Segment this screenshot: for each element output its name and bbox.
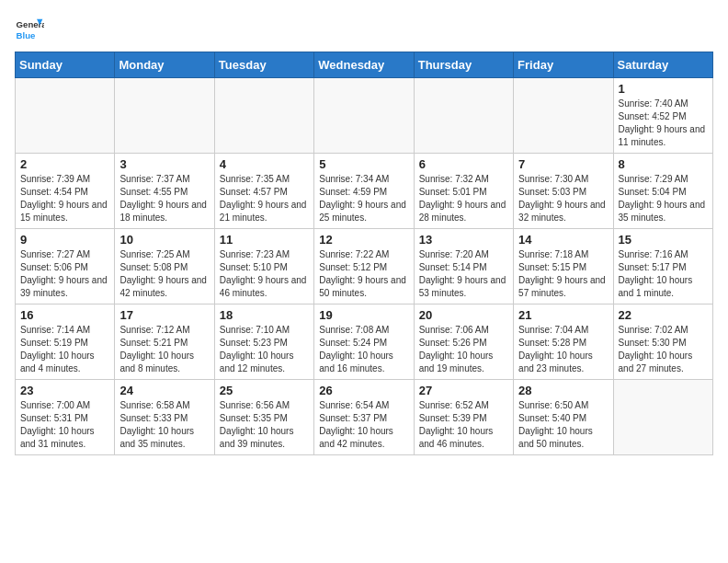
calendar-cell: 16Sunrise: 7:14 AM Sunset: 5:19 PM Dayli… (16, 304, 115, 380)
calendar-cell: 20Sunrise: 7:06 AM Sunset: 5:26 PM Dayli… (414, 304, 513, 380)
calendar-week-row: 2Sunrise: 7:39 AM Sunset: 4:54 PM Daylig… (16, 154, 713, 229)
calendar-cell: 11Sunrise: 7:23 AM Sunset: 5:10 PM Dayli… (214, 229, 313, 304)
calendar-header-row: SundayMondayTuesdayWednesdayThursdayFrid… (16, 52, 713, 78)
calendar-cell: 28Sunrise: 6:50 AM Sunset: 5:40 PM Dayli… (514, 380, 613, 455)
calendar-cell: 24Sunrise: 6:58 AM Sunset: 5:33 PM Dayli… (115, 380, 214, 455)
calendar-cell: 14Sunrise: 7:18 AM Sunset: 5:15 PM Dayli… (514, 229, 613, 304)
calendar-cell (613, 380, 712, 455)
day-info: Sunrise: 7:34 AM Sunset: 4:59 PM Dayligh… (319, 173, 408, 224)
calendar-cell: 5Sunrise: 7:34 AM Sunset: 4:59 PM Daylig… (314, 154, 414, 229)
day-info: Sunrise: 7:08 AM Sunset: 5:24 PM Dayligh… (319, 324, 408, 375)
calendar-cell: 4Sunrise: 7:35 AM Sunset: 4:57 PM Daylig… (214, 154, 313, 229)
weekday-header-tuesday: Tuesday (214, 52, 313, 78)
calendar-cell (16, 78, 115, 154)
day-info: Sunrise: 7:30 AM Sunset: 5:03 PM Dayligh… (518, 173, 608, 224)
weekday-header-friday: Friday (514, 52, 613, 78)
calendar-cell: 6Sunrise: 7:32 AM Sunset: 5:01 PM Daylig… (414, 154, 513, 229)
day-number: 24 (119, 384, 209, 397)
day-number: 8 (619, 157, 708, 171)
day-number: 7 (518, 157, 608, 171)
day-number: 11 (220, 233, 309, 247)
day-number: 12 (319, 233, 408, 247)
day-number: 17 (119, 308, 209, 322)
day-info: Sunrise: 6:52 AM Sunset: 5:39 PM Dayligh… (419, 399, 508, 451)
day-number: 19 (319, 308, 408, 322)
calendar-cell: 9Sunrise: 7:27 AM Sunset: 5:06 PM Daylig… (16, 229, 115, 304)
day-info: Sunrise: 7:37 AM Sunset: 4:55 PM Dayligh… (119, 173, 209, 224)
day-info: Sunrise: 7:04 AM Sunset: 5:28 PM Dayligh… (518, 324, 608, 375)
day-info: Sunrise: 7:25 AM Sunset: 5:08 PM Dayligh… (119, 248, 209, 300)
day-info: Sunrise: 7:14 AM Sunset: 5:19 PM Dayligh… (20, 324, 109, 375)
day-info: Sunrise: 7:35 AM Sunset: 4:57 PM Dayligh… (220, 173, 309, 224)
day-info: Sunrise: 6:54 AM Sunset: 5:37 PM Dayligh… (319, 399, 408, 451)
weekday-header-sunday: Sunday (16, 52, 115, 78)
day-number: 4 (220, 157, 309, 171)
day-info: Sunrise: 7:22 AM Sunset: 5:12 PM Dayligh… (319, 248, 408, 300)
logo: GeneralBlue (15, 15, 44, 44)
calendar-cell: 13Sunrise: 7:20 AM Sunset: 5:14 PM Dayli… (414, 229, 513, 304)
calendar-cell: 15Sunrise: 7:16 AM Sunset: 5:17 PM Dayli… (613, 229, 712, 304)
calendar-week-row: 16Sunrise: 7:14 AM Sunset: 5:19 PM Dayli… (16, 304, 713, 380)
calendar-cell: 17Sunrise: 7:12 AM Sunset: 5:21 PM Dayli… (115, 304, 214, 380)
weekday-header-wednesday: Wednesday (314, 52, 414, 78)
day-info: Sunrise: 7:23 AM Sunset: 5:10 PM Dayligh… (220, 248, 309, 300)
calendar-cell: 2Sunrise: 7:39 AM Sunset: 4:54 PM Daylig… (16, 154, 115, 229)
weekday-header-thursday: Thursday (414, 52, 513, 78)
calendar-cell: 21Sunrise: 7:04 AM Sunset: 5:28 PM Dayli… (514, 304, 613, 380)
day-number: 3 (119, 157, 209, 171)
calendar-week-row: 23Sunrise: 7:00 AM Sunset: 5:31 PM Dayli… (16, 380, 713, 455)
day-number: 23 (20, 384, 109, 397)
calendar-cell: 3Sunrise: 7:37 AM Sunset: 4:55 PM Daylig… (115, 154, 214, 229)
day-number: 28 (518, 384, 608, 397)
day-number: 13 (419, 233, 508, 247)
calendar-cell: 23Sunrise: 7:00 AM Sunset: 5:31 PM Dayli… (16, 380, 115, 455)
calendar-week-row: 9Sunrise: 7:27 AM Sunset: 5:06 PM Daylig… (16, 229, 713, 304)
calendar-cell: 26Sunrise: 6:54 AM Sunset: 5:37 PM Dayli… (314, 380, 414, 455)
calendar-table: SundayMondayTuesdayWednesdayThursdayFrid… (15, 52, 713, 455)
calendar-cell (514, 78, 613, 154)
day-info: Sunrise: 7:06 AM Sunset: 5:26 PM Dayligh… (419, 324, 508, 375)
day-number: 1 (619, 82, 708, 96)
day-info: Sunrise: 7:27 AM Sunset: 5:06 PM Dayligh… (20, 248, 109, 300)
calendar-cell: 27Sunrise: 6:52 AM Sunset: 5:39 PM Dayli… (414, 380, 513, 455)
day-info: Sunrise: 7:16 AM Sunset: 5:17 PM Dayligh… (619, 248, 708, 300)
day-number: 26 (319, 384, 408, 397)
day-info: Sunrise: 7:32 AM Sunset: 5:01 PM Dayligh… (419, 173, 508, 224)
day-number: 18 (220, 308, 309, 322)
day-number: 21 (518, 308, 608, 322)
calendar-cell: 1Sunrise: 7:40 AM Sunset: 4:52 PM Daylig… (613, 78, 712, 154)
day-number: 5 (319, 157, 408, 171)
calendar-cell (214, 78, 313, 154)
day-info: Sunrise: 7:39 AM Sunset: 4:54 PM Dayligh… (20, 173, 109, 224)
calendar-week-row: 1Sunrise: 7:40 AM Sunset: 4:52 PM Daylig… (16, 78, 713, 154)
calendar-cell: 12Sunrise: 7:22 AM Sunset: 5:12 PM Dayli… (314, 229, 414, 304)
day-info: Sunrise: 7:18 AM Sunset: 5:15 PM Dayligh… (518, 248, 608, 300)
calendar-cell: 25Sunrise: 6:56 AM Sunset: 5:35 PM Dayli… (214, 380, 313, 455)
calendar-cell: 18Sunrise: 7:10 AM Sunset: 5:23 PM Dayli… (214, 304, 313, 380)
day-info: Sunrise: 7:20 AM Sunset: 5:14 PM Dayligh… (419, 248, 508, 300)
day-info: Sunrise: 7:12 AM Sunset: 5:21 PM Dayligh… (119, 324, 209, 375)
weekday-header-saturday: Saturday (613, 52, 712, 78)
day-number: 15 (619, 233, 708, 247)
calendar-cell: 19Sunrise: 7:08 AM Sunset: 5:24 PM Dayli… (314, 304, 414, 380)
day-number: 6 (419, 157, 508, 171)
day-info: Sunrise: 7:02 AM Sunset: 5:30 PM Dayligh… (619, 324, 708, 375)
day-info: Sunrise: 7:29 AM Sunset: 5:04 PM Dayligh… (619, 173, 708, 224)
calendar-cell (314, 78, 414, 154)
page-header: GeneralBlue (15, 15, 713, 44)
calendar-cell (414, 78, 513, 154)
calendar-cell: 8Sunrise: 7:29 AM Sunset: 5:04 PM Daylig… (613, 154, 712, 229)
svg-text:Blue: Blue (17, 30, 36, 40)
day-number: 9 (20, 233, 109, 247)
day-info: Sunrise: 6:56 AM Sunset: 5:35 PM Dayligh… (220, 399, 309, 451)
day-number: 2 (20, 157, 109, 171)
day-number: 20 (419, 308, 508, 322)
day-number: 25 (220, 384, 309, 397)
day-info: Sunrise: 7:00 AM Sunset: 5:31 PM Dayligh… (20, 399, 109, 451)
day-number: 10 (119, 233, 209, 247)
weekday-header-monday: Monday (115, 52, 214, 78)
logo-icon: GeneralBlue (15, 15, 44, 44)
calendar-cell: 22Sunrise: 7:02 AM Sunset: 5:30 PM Dayli… (613, 304, 712, 380)
day-number: 27 (419, 384, 508, 397)
calendar-cell (115, 78, 214, 154)
